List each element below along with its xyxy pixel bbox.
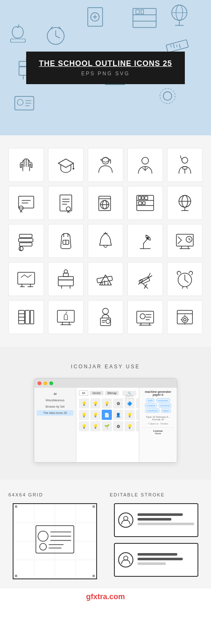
close-dot[interactable]: [38, 381, 41, 385]
corner-dot-tr: [92, 505, 95, 508]
graduate-person-icon: [95, 155, 116, 175]
mockup-titlebar: [34, 378, 177, 388]
avatar-icon-1: [121, 515, 131, 525]
minimize-dot[interactable]: [43, 381, 47, 385]
hero-bg-shelf-icon: [131, 6, 160, 32]
tag-creative[interactable]: creative: [145, 403, 157, 408]
stroke-avatar-2: [118, 552, 133, 567]
svg-point-42: [73, 168, 74, 170]
corner-dot-tl: [15, 505, 17, 508]
corner-dot-bl: [15, 575, 17, 577]
maximize-dot[interactable]: [49, 381, 53, 385]
stroke-line-2c: [138, 562, 166, 565]
mockup-body: AI Miscellaneous Browse by Set The Idea …: [34, 388, 177, 462]
icon-video-lesson: [127, 300, 163, 334]
mockup-icon-2[interactable]: 💡: [90, 398, 100, 408]
svg-rect-84: [19, 234, 32, 238]
stroke-lines-1: [138, 513, 194, 527]
svg-line-127: [143, 284, 148, 288]
span-info: Type: AI February 5... Format: AI • Open…: [142, 416, 174, 425]
mockup-icon-15[interactable]: 🌱: [102, 421, 112, 431]
sidebar-item-browse[interactable]: Browse by Set: [37, 404, 73, 409]
mockup-main: All Vector Bitmap 🔍 Search All Items 💡 💡…: [76, 388, 139, 462]
svg-line-131: [182, 287, 183, 288]
icon-student-female: [167, 148, 203, 182]
telescope-icon: [135, 269, 155, 289]
mockup-panel: machine generator paper b bulb computer …: [139, 388, 177, 462]
mockup-icon-6[interactable]: 👤: [136, 398, 139, 408]
grid-col: 64X64 GRID: [8, 492, 101, 579]
icon-backpack: [48, 224, 84, 258]
icon-podium: [88, 300, 123, 334]
footer-logo: gfxtra.com: [0, 592, 211, 601]
svg-rect-134: [25, 310, 30, 324]
certificate-icon: [16, 193, 36, 213]
mockup-icon-10[interactable]: 👤: [113, 410, 123, 420]
tab-bitmap[interactable]: Bitmap: [105, 391, 119, 395]
svg-point-159: [184, 318, 186, 321]
mockup-icon-1[interactable]: 💡: [79, 398, 89, 408]
mockup-icon-5[interactable]: 🔷: [124, 398, 135, 408]
svg-rect-86: [19, 243, 32, 246]
svg-rect-75: [142, 196, 144, 200]
tag-machine[interactable]: machine: [159, 403, 172, 408]
svg-point-33: [160, 88, 175, 104]
svg-line-25: [179, 44, 181, 48]
svg-rect-78: [143, 202, 145, 205]
ruler-triangle-icon: [95, 269, 116, 289]
mockup-icon-8[interactable]: 💡: [90, 410, 100, 420]
svg-rect-8: [141, 10, 143, 14]
stroke-label: EDITABLE STROKE: [110, 492, 165, 497]
icon-notebook-shelf: [8, 300, 44, 334]
svg-rect-100: [176, 234, 193, 246]
hero-bg-id-card-icon: [13, 93, 36, 114]
mockup-icon-4[interactable]: ⚙: [113, 398, 123, 408]
video-lesson-icon: [135, 307, 155, 327]
student-female-icon: [175, 155, 195, 175]
hands-icon: [16, 155, 36, 175]
mockup-icon-14[interactable]: 💡: [90, 421, 100, 431]
chalkboard-icon: [16, 269, 36, 289]
sidebar-item-misc[interactable]: Miscellaneous: [37, 397, 73, 403]
tab-all[interactable]: All: [79, 390, 88, 396]
tab-vector[interactable]: Vector: [90, 391, 103, 395]
mockup-icon-11[interactable]: 💡: [124, 410, 135, 420]
mockup-icon-3[interactable]: 💡: [102, 398, 112, 408]
mockup-icon-16[interactable]: ⚙: [113, 421, 123, 431]
tag-computer[interactable]: computer: [156, 398, 170, 403]
mockup-icon-9[interactable]: 📄: [102, 410, 112, 420]
school-bell-icon: [95, 231, 116, 251]
sidebar-item-idea-icons[interactable]: The Idea Icons 25: [37, 410, 73, 416]
mockup-icon-7[interactable]: 💡: [79, 410, 89, 420]
hero-bg-apple-icon: [6, 21, 30, 44]
books-stack-icon: [16, 231, 36, 251]
tag-machiney[interactable]: machiney: [145, 408, 160, 413]
icon-school-bell: [88, 224, 123, 258]
mockup-icon-18[interactable]: 👤: [136, 421, 139, 431]
stroke-line-2a: [138, 553, 177, 556]
svg-point-117: [64, 270, 68, 273]
stroke-col: EDITABLE STROKE: [110, 492, 203, 579]
svg-rect-144: [100, 318, 111, 326]
svg-line-23: [173, 44, 175, 48]
grid-chat-icon: [34, 523, 76, 557]
backpack-icon: [56, 231, 76, 251]
svg-rect-107: [18, 272, 35, 284]
svg-point-99: [146, 237, 149, 239]
mockup-icons-grid: 💡 💡 💡 ⚙ 🔷 👤 💡 💡 📄 👤 💡 ⬡ 💡 💡 🌱 ⚙: [79, 398, 136, 431]
svg-line-49: [145, 168, 148, 170]
mockup-icon-17[interactable]: 💡: [124, 421, 135, 431]
iconjar-mockup: AI Miscellaneous Browse by Set The Idea …: [34, 378, 177, 463]
sidebar-item-ai[interactable]: AI: [37, 391, 73, 397]
stroke-line-1c: [138, 523, 194, 525]
svg-rect-4: [133, 8, 156, 27]
svg-point-50: [182, 157, 188, 163]
search-bar[interactable]: 🔍 Search All Items: [122, 391, 136, 396]
mockup-icon-12[interactable]: ⬡: [136, 410, 139, 420]
icon-book-globe: [88, 186, 123, 220]
mockup-icon-13[interactable]: 💡: [79, 421, 89, 431]
tag-paper[interactable]: paper: [161, 408, 171, 413]
svg-point-175: [40, 543, 46, 550]
tag-bulb[interactable]: bulb: [146, 398, 154, 403]
svg-point-147: [106, 319, 110, 323]
